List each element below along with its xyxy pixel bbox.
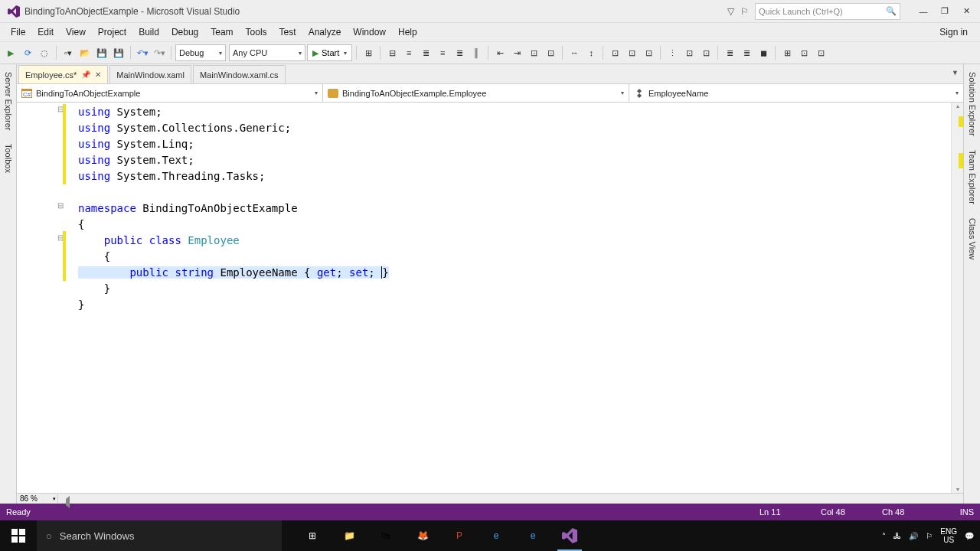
firefox-icon[interactable]: 🦊 bbox=[407, 520, 438, 551]
toolbar-icon[interactable]: ≡ bbox=[435, 45, 450, 60]
tray-volume-icon[interactable]: 🔊 bbox=[909, 532, 918, 540]
toolbar-icon[interactable]: ⊡ bbox=[698, 45, 714, 60]
nav-back-icon[interactable]: ◌ bbox=[37, 45, 52, 60]
visualstudio-icon[interactable] bbox=[554, 520, 585, 551]
fold-icon[interactable]: ⊟ bbox=[57, 201, 64, 210]
menu-window[interactable]: Window bbox=[347, 25, 392, 39]
redo-icon[interactable]: ↷▾ bbox=[152, 45, 167, 60]
team-explorer-tab[interactable]: Team Explorer bbox=[967, 147, 978, 207]
toolbar-icon[interactable]: ⊡ bbox=[607, 45, 622, 60]
window-title: BindingToAnObjectExample - Microsoft Vis… bbox=[24, 6, 240, 17]
new-item-icon[interactable]: ▫▾ bbox=[60, 45, 76, 60]
nav-project[interactable]: C# BindingToAnObjectExample▾ bbox=[17, 84, 323, 102]
menu-project[interactable]: Project bbox=[92, 25, 132, 39]
tray-network-icon[interactable]: 🖧 bbox=[893, 532, 901, 540]
continue-icon[interactable]: ▶ bbox=[3, 45, 18, 60]
menu-file[interactable]: File bbox=[5, 25, 31, 39]
quick-launch-input[interactable]: Quick Launch (Ctrl+Q) 🔍 bbox=[755, 3, 900, 20]
tray-flag-icon[interactable]: ⚐ bbox=[926, 532, 933, 540]
toolbar-icon[interactable]: ⇤ bbox=[492, 45, 508, 60]
toolbar-icon[interactable]: ⊡ bbox=[624, 45, 639, 60]
toolbar-icon[interactable]: ⇥ bbox=[509, 45, 524, 60]
toolbar-icon[interactable]: ⊡ bbox=[526, 45, 541, 60]
menu-debug[interactable]: Debug bbox=[165, 25, 204, 39]
toolbar-icon[interactable]: ⊞ bbox=[361, 45, 376, 60]
toolbar-icon[interactable]: ⊟ bbox=[384, 45, 400, 60]
tab-label: MainWindow.xaml.cs bbox=[200, 70, 279, 80]
feedback-icon[interactable]: ⚐ bbox=[740, 6, 749, 17]
refresh-icon[interactable]: ⟳ bbox=[20, 45, 35, 60]
toolbar-icon[interactable]: ⊡ bbox=[813, 45, 828, 60]
class-view-tab[interactable]: Class View bbox=[967, 215, 978, 262]
toolbar-icon[interactable]: ≣ bbox=[452, 45, 467, 60]
change-mark bbox=[63, 231, 66, 281]
menu-help[interactable]: Help bbox=[392, 25, 423, 39]
toolbar-icon[interactable]: ║ bbox=[469, 45, 484, 60]
code-text[interactable]: using System; using System.Collections.G… bbox=[70, 103, 951, 493]
toolbar-icon[interactable]: ⋮ bbox=[665, 45, 680, 60]
toolbar-icon[interactable]: ⊡ bbox=[681, 45, 697, 60]
menu-test[interactable]: Test bbox=[273, 25, 302, 39]
quick-launch-placeholder: Quick Launch (Ctrl+Q) bbox=[759, 7, 843, 16]
nav-member[interactable]: EmployeeName▾ bbox=[629, 84, 963, 102]
tab-employee[interactable]: Employee.cs* 📌 ✕ bbox=[18, 65, 108, 83]
powerpoint-icon[interactable]: P bbox=[444, 520, 475, 551]
tray-up-icon[interactable]: ˄ bbox=[882, 532, 886, 540]
toolbar-icon[interactable]: ≣ bbox=[722, 45, 737, 60]
menu-tools[interactable]: Tools bbox=[240, 25, 273, 39]
config-dropdown[interactable]: Debug▾ bbox=[175, 44, 226, 61]
menu-team[interactable]: Team bbox=[204, 25, 239, 39]
restore-button[interactable]: ❐ bbox=[934, 3, 956, 20]
start-menu-button[interactable] bbox=[0, 520, 37, 551]
toolbar-icon[interactable]: ≡ bbox=[401, 45, 416, 60]
start-button[interactable]: ▶Start▾ bbox=[307, 44, 352, 61]
menu-build[interactable]: Build bbox=[132, 25, 165, 39]
close-button[interactable]: ✕ bbox=[956, 3, 977, 20]
tab-mainwindow-xaml[interactable]: MainWindow.xaml bbox=[109, 65, 191, 83]
task-view-icon[interactable]: ⊞ bbox=[297, 520, 328, 551]
zoom-dropdown[interactable]: 86 %▾ bbox=[20, 494, 58, 503]
code-area[interactable]: ⊟ ⊟ ⊟ using System; using System.Collect… bbox=[17, 103, 963, 493]
save-all-icon[interactable]: 💾 bbox=[111, 45, 126, 60]
signin-link[interactable]: Sign in bbox=[933, 25, 975, 39]
taskbar-search[interactable]: ○Search Windows bbox=[37, 520, 282, 551]
open-icon[interactable]: 📂 bbox=[77, 45, 93, 60]
toolbar-icon[interactable]: ⊡ bbox=[543, 45, 558, 60]
tab-mainwindow-cs[interactable]: MainWindow.xaml.cs bbox=[193, 65, 286, 83]
menu-edit[interactable]: Edit bbox=[31, 25, 60, 39]
file-explorer-icon[interactable]: 📁 bbox=[334, 520, 364, 551]
tray-lang[interactable]: ENGUS bbox=[940, 527, 957, 544]
toolbar-icon[interactable]: ⊞ bbox=[779, 45, 795, 60]
toolbar-icon[interactable]: ↔ bbox=[567, 45, 582, 60]
pin-icon[interactable]: 📌 bbox=[81, 70, 90, 79]
vertical-scrollbar[interactable] bbox=[951, 103, 963, 493]
system-tray[interactable]: ˄ 🖧 🔊 ⚐ ENGUS 💬 bbox=[882, 527, 980, 544]
ie-icon[interactable]: e bbox=[481, 520, 511, 551]
tray-notifications-icon[interactable]: 💬 bbox=[965, 532, 974, 540]
platform-dropdown[interactable]: Any CPU▾ bbox=[229, 44, 305, 61]
toolbar-icon[interactable]: ≣ bbox=[418, 45, 433, 60]
toolbar-icon[interactable]: ⊡ bbox=[641, 45, 656, 60]
svg-rect-3 bbox=[328, 89, 338, 98]
menu-view[interactable]: View bbox=[60, 25, 92, 39]
gutter: ⊟ ⊟ ⊟ bbox=[17, 103, 70, 493]
undo-icon[interactable]: ↶▾ bbox=[135, 45, 150, 60]
save-icon[interactable]: 💾 bbox=[94, 45, 109, 60]
menu-analyze[interactable]: Analyze bbox=[302, 25, 348, 39]
solution-explorer-tab[interactable]: Solution Explorer bbox=[967, 69, 978, 139]
edge-icon[interactable]: e bbox=[518, 520, 548, 551]
notification-icon[interactable]: ▽ bbox=[727, 6, 734, 17]
server-explorer-tab[interactable]: Server Explorer bbox=[3, 69, 14, 133]
toolbar-icon[interactable]: ⊡ bbox=[796, 45, 812, 60]
toolbar-icon[interactable]: ≣ bbox=[739, 45, 754, 60]
horizontal-scrollbar[interactable] bbox=[58, 494, 960, 504]
bookmark-icon[interactable]: ◼ bbox=[756, 45, 771, 60]
toolbox-tab[interactable]: Toolbox bbox=[3, 141, 14, 176]
store-icon[interactable]: 🛍 bbox=[371, 520, 401, 551]
close-tab-icon[interactable]: ✕ bbox=[95, 70, 101, 79]
nav-class[interactable]: BindingToAnObjectExample.Employee▾ bbox=[323, 84, 629, 102]
tab-overflow-icon[interactable]: ▼ bbox=[952, 69, 959, 77]
toolbar-icon[interactable]: ↕ bbox=[583, 45, 599, 60]
scroll-mark bbox=[959, 116, 963, 127]
minimize-button[interactable]: — bbox=[913, 3, 934, 20]
